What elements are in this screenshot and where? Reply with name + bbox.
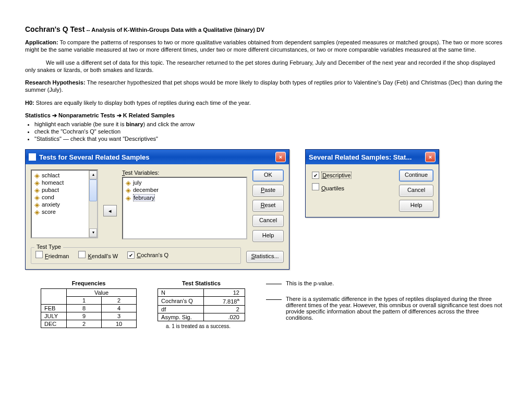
h0-para: H0: Stores are equally likely to display… [25, 99, 507, 106]
cancel-button[interactable]: Cancel [399, 185, 433, 197]
subtitle: -- Analysis of K-Within-Groups Data with… [86, 27, 264, 33]
statistics-button[interactable]: Statistics... [246, 251, 284, 263]
triangle-left-icon: ◂ [108, 208, 112, 214]
list-item: july [125, 179, 244, 186]
variable-icon [125, 187, 131, 193]
kendalls-w-checkbox[interactable]: Kendall's W [78, 251, 118, 259]
variable-icon [34, 173, 40, 178]
titlebar[interactable]: Tests for Several Related Samples × [26, 150, 289, 164]
cancel-button[interactable]: Cancel [252, 215, 284, 227]
h0-text: Stores are equally likely to display bot… [36, 100, 251, 106]
test-statistics-table: Test Statistics N12 Cochran's Q7.818a df… [158, 280, 245, 329]
cochrans-q-checkbox[interactable]: ✔Cochran's Q [127, 251, 168, 259]
application-para: Application: To compare the patterns of … [25, 39, 507, 54]
scroll-up-icon[interactable]: ▴ [89, 171, 97, 179]
help-button[interactable]: Help [252, 230, 284, 242]
ok-button[interactable]: OK [252, 170, 284, 182]
variable-icon [34, 187, 40, 193]
table-row: JULY93 [41, 312, 137, 320]
list-item: homeact [34, 179, 87, 186]
list-item: anxiety [34, 201, 87, 208]
help-button[interactable]: Help [399, 200, 433, 212]
app-icon [29, 153, 36, 161]
arrow-icon: ➔ [117, 112, 123, 118]
research-hypothesis-para: Research Hypothesis: The researcher hypo… [25, 79, 507, 94]
list-item: schlact [34, 172, 87, 179]
application-label: Application: [25, 39, 58, 45]
variable-icon [34, 180, 40, 186]
move-left-button[interactable]: ◂ [103, 205, 117, 216]
variable-icon [125, 180, 131, 186]
annotation-pvalue: This is the p-value. [286, 280, 507, 286]
doc-heading: Cochran's Q Test -- Analysis of K-Within… [25, 25, 507, 33]
scrollbar[interactable]: ▴ ▾ [89, 171, 97, 237]
continue-button[interactable]: Continue [399, 170, 433, 182]
footnote: a. 1 is treated as a success. [158, 323, 245, 329]
arrow-icon: ➔ [52, 112, 58, 118]
table-row: DEC210 [41, 320, 137, 328]
variable-icon [34, 195, 40, 200]
h0-label: H0: [25, 100, 34, 106]
title: Cochran's Q Test [25, 25, 84, 33]
table-row: FEB84 [41, 305, 137, 312]
table-row: Cochran's Q7.818a [158, 297, 245, 306]
list-item: cond [34, 194, 87, 201]
bullet-3: "Statistics" — check that you want "Desc… [34, 136, 507, 142]
friedman-checkbox[interactable]: Friedman [35, 251, 69, 259]
descriptive-checkbox[interactable]: ✔Descriptive [312, 172, 393, 179]
bullet-2: check the "Cochran's Q" selection [34, 128, 507, 135]
list-item: pubact [34, 186, 87, 194]
test-variables-label: Test Variables: [122, 170, 247, 176]
quartiles-checkbox[interactable]: Quartiles [312, 183, 393, 191]
table-row: df2 [158, 306, 245, 313]
rh-label: Research Hypothesis: [25, 79, 86, 86]
instruction-bullets: highlight each variable (be sure it is b… [25, 121, 507, 142]
leader-line [266, 284, 282, 284]
table-row: Asymp. Sig..020 [158, 313, 245, 321]
variable-icon [125, 195, 131, 201]
close-icon[interactable]: × [275, 152, 286, 162]
paste-button[interactable]: Paste [252, 185, 284, 197]
frequencies-table: Frequencies Value 1 2 FEB84 JULY93 DEC21… [41, 280, 137, 328]
annotations: This is the p-value. There is a systemat… [266, 280, 507, 330]
source-variable-list[interactable]: schlact homeact pubact cond anxiety scor… [31, 170, 98, 238]
reset-button[interactable]: Reset [252, 200, 284, 212]
list-item: february [125, 194, 244, 202]
variable-icon [34, 209, 40, 215]
titlebar[interactable]: Several Related Samples: Stat... × [306, 150, 439, 164]
application-text: To compare the patterns of responses to … [25, 39, 502, 53]
table-row: N12 [158, 289, 245, 297]
intro-para: We will use a different set of data for … [25, 59, 507, 74]
test-variable-list[interactable]: july december february [122, 177, 247, 239]
dialog-statistics: Several Related Samples: Stat... × ✔Desc… [305, 149, 439, 217]
variable-icon [34, 202, 40, 208]
dialog-tests-related-samples: Tests for Several Related Samples × schl… [25, 149, 289, 270]
annotation-explanation: There is a systematic difference in the … [286, 296, 507, 321]
menu-path: Statistics ➔ Nonparametric Tests ➔ K Rel… [25, 112, 507, 119]
list-item: score [34, 208, 87, 215]
leader-line [266, 299, 282, 300]
scroll-down-icon[interactable]: ▾ [89, 228, 97, 237]
list-item: december [125, 186, 244, 194]
rh-text: The researcher hypothesized that pet sho… [25, 79, 502, 93]
scroll-thumb[interactable] [89, 179, 97, 201]
close-icon[interactable]: × [425, 152, 436, 162]
test-type-group: Test Type Friedman Kendall's W ✔Cochran'… [31, 247, 241, 264]
bullet-1: highlight each variable (be sure it is b… [34, 121, 507, 127]
